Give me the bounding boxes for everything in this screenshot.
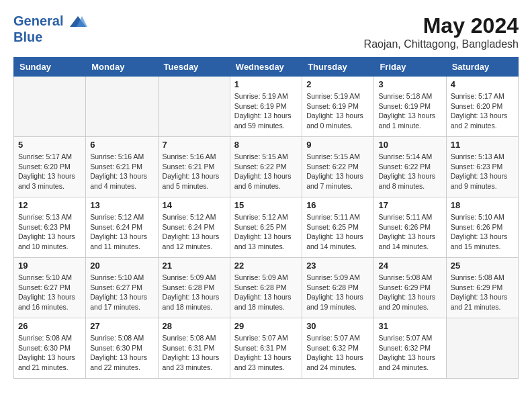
cell-info: Sunrise: 5:16 AM Sunset: 6:21 PM Dayligh… [163,152,226,191]
logo-blue: Blue [13,30,87,44]
calendar-cell: 12Sunrise: 5:13 AM Sunset: 6:23 PM Dayli… [14,197,86,258]
day-number: 29 [234,321,298,331]
day-number: 28 [163,321,226,331]
day-number: 25 [451,261,514,271]
logo-text: General [13,13,87,30]
day-number: 9 [306,140,369,150]
cell-info: Sunrise: 5:13 AM Sunset: 6:23 PM Dayligh… [451,152,514,191]
cell-info: Sunrise: 5:08 AM Sunset: 6:30 PM Dayligh… [18,333,81,373]
calendar-cell: 10Sunrise: 5:14 AM Sunset: 6:22 PM Dayli… [374,137,446,197]
day-number: 4 [451,79,514,89]
cell-info: Sunrise: 5:19 AM Sunset: 6:19 PM Dayligh… [306,91,369,131]
day-number: 19 [18,261,81,271]
title-area: May 2024 Raojan, Chittagong, Bangladesh [364,13,519,50]
cell-info: Sunrise: 5:14 AM Sunset: 6:22 PM Dayligh… [378,152,441,191]
calendar-week-1: 1Sunrise: 5:19 AM Sunset: 6:19 PM Daylig… [14,77,519,137]
day-number: 5 [18,140,81,150]
calendar-cell: 2Sunrise: 5:19 AM Sunset: 6:19 PM Daylig… [302,77,374,137]
day-number: 22 [234,261,298,271]
day-number: 7 [163,140,226,150]
cell-info: Sunrise: 5:17 AM Sunset: 6:20 PM Dayligh… [451,91,514,131]
cell-info: Sunrise: 5:17 AM Sunset: 6:20 PM Dayligh… [18,152,81,191]
calendar-cell: 3Sunrise: 5:18 AM Sunset: 6:19 PM Daylig… [374,77,446,137]
cell-info: Sunrise: 5:09 AM Sunset: 6:28 PM Dayligh… [163,273,226,312]
cell-info: Sunrise: 5:15 AM Sunset: 6:22 PM Dayligh… [306,152,369,191]
day-number: 23 [306,261,369,271]
day-number: 16 [306,200,369,210]
location: Raojan, Chittagong, Bangladesh [364,38,519,50]
day-number: 31 [378,321,441,331]
calendar-cell: 4Sunrise: 5:17 AM Sunset: 6:20 PM Daylig… [446,77,518,137]
cell-info: Sunrise: 5:12 AM Sunset: 6:25 PM Dayligh… [234,212,298,252]
calendar-cell [446,318,518,379]
day-number: 3 [378,79,441,89]
calendar-cell [14,77,86,137]
calendar-cell: 9Sunrise: 5:15 AM Sunset: 6:22 PM Daylig… [302,137,374,197]
day-number: 1 [234,79,298,89]
calendar-header-saturday: Saturday [446,58,518,77]
calendar-cell: 7Sunrise: 5:16 AM Sunset: 6:21 PM Daylig… [158,137,230,197]
calendar-cell: 31Sunrise: 5:07 AM Sunset: 6:32 PM Dayli… [374,318,446,379]
calendar-cell: 13Sunrise: 5:12 AM Sunset: 6:24 PM Dayli… [86,197,158,258]
day-number: 15 [234,200,298,210]
calendar-cell: 20Sunrise: 5:10 AM Sunset: 6:27 PM Dayli… [86,258,158,318]
calendar-cell: 15Sunrise: 5:12 AM Sunset: 6:25 PM Dayli… [230,197,302,258]
day-number: 12 [18,200,81,210]
month-year: May 2024 [364,13,519,38]
calendar-week-3: 12Sunrise: 5:13 AM Sunset: 6:23 PM Dayli… [14,197,519,258]
cell-info: Sunrise: 5:07 AM Sunset: 6:32 PM Dayligh… [306,333,369,373]
calendar-cell: 1Sunrise: 5:19 AM Sunset: 6:19 PM Daylig… [230,77,302,137]
day-number: 8 [234,140,298,150]
day-number: 26 [18,321,81,331]
cell-info: Sunrise: 5:12 AM Sunset: 6:24 PM Dayligh… [163,212,226,252]
calendar-cell: 23Sunrise: 5:09 AM Sunset: 6:28 PM Dayli… [302,258,374,318]
calendar-week-5: 26Sunrise: 5:08 AM Sunset: 6:30 PM Dayli… [14,318,519,379]
cell-info: Sunrise: 5:16 AM Sunset: 6:21 PM Dayligh… [90,152,153,191]
calendar-header-monday: Monday [86,58,158,77]
calendar-cell: 28Sunrise: 5:08 AM Sunset: 6:31 PM Dayli… [158,318,230,379]
calendar-cell: 11Sunrise: 5:13 AM Sunset: 6:23 PM Dayli… [446,137,518,197]
calendar-cell: 19Sunrise: 5:10 AM Sunset: 6:27 PM Dayli… [14,258,86,318]
calendar-cell [86,77,158,137]
cell-info: Sunrise: 5:13 AM Sunset: 6:23 PM Dayligh… [18,212,81,252]
logo-icon [69,15,87,30]
calendar-table: SundayMondayTuesdayWednesdayThursdayFrid… [13,57,519,379]
calendar-header-wednesday: Wednesday [230,58,302,77]
calendar-cell [158,77,230,137]
calendar-cell: 26Sunrise: 5:08 AM Sunset: 6:30 PM Dayli… [14,318,86,379]
calendar-body: 1Sunrise: 5:19 AM Sunset: 6:19 PM Daylig… [14,77,519,379]
cell-info: Sunrise: 5:08 AM Sunset: 6:29 PM Dayligh… [378,273,441,312]
cell-info: Sunrise: 5:10 AM Sunset: 6:27 PM Dayligh… [90,273,153,312]
day-number: 21 [163,261,226,271]
day-number: 6 [90,140,153,150]
day-number: 11 [451,140,514,150]
cell-info: Sunrise: 5:09 AM Sunset: 6:28 PM Dayligh… [234,273,298,312]
day-number: 2 [306,79,369,89]
page-header: General Blue May 2024 Raojan, Chittagong… [13,13,519,50]
cell-info: Sunrise: 5:19 AM Sunset: 6:19 PM Dayligh… [234,91,298,131]
calendar-week-2: 5Sunrise: 5:17 AM Sunset: 6:20 PM Daylig… [14,137,519,197]
calendar-cell: 27Sunrise: 5:08 AM Sunset: 6:30 PM Dayli… [86,318,158,379]
calendar-cell: 24Sunrise: 5:08 AM Sunset: 6:29 PM Dayli… [374,258,446,318]
cell-info: Sunrise: 5:11 AM Sunset: 6:26 PM Dayligh… [378,212,441,252]
day-number: 30 [306,321,369,331]
day-number: 14 [163,200,226,210]
cell-info: Sunrise: 5:15 AM Sunset: 6:22 PM Dayligh… [234,152,298,191]
calendar-header-sunday: Sunday [14,58,86,77]
calendar-cell: 21Sunrise: 5:09 AM Sunset: 6:28 PM Dayli… [158,258,230,318]
calendar-header-tuesday: Tuesday [158,58,230,77]
logo-general: General [13,13,63,28]
cell-info: Sunrise: 5:09 AM Sunset: 6:28 PM Dayligh… [306,273,369,312]
calendar-cell: 18Sunrise: 5:10 AM Sunset: 6:26 PM Dayli… [446,197,518,258]
day-number: 13 [90,200,153,210]
logo: General Blue [13,13,87,44]
calendar-cell: 29Sunrise: 5:07 AM Sunset: 6:31 PM Dayli… [230,318,302,379]
day-number: 18 [451,200,514,210]
cell-info: Sunrise: 5:08 AM Sunset: 6:31 PM Dayligh… [163,333,226,373]
cell-info: Sunrise: 5:07 AM Sunset: 6:31 PM Dayligh… [234,333,298,373]
cell-info: Sunrise: 5:07 AM Sunset: 6:32 PM Dayligh… [378,333,441,373]
cell-info: Sunrise: 5:08 AM Sunset: 6:30 PM Dayligh… [90,333,153,373]
calendar-header-row: SundayMondayTuesdayWednesdayThursdayFrid… [14,58,519,77]
calendar-cell: 5Sunrise: 5:17 AM Sunset: 6:20 PM Daylig… [14,137,86,197]
calendar-cell: 14Sunrise: 5:12 AM Sunset: 6:24 PM Dayli… [158,197,230,258]
